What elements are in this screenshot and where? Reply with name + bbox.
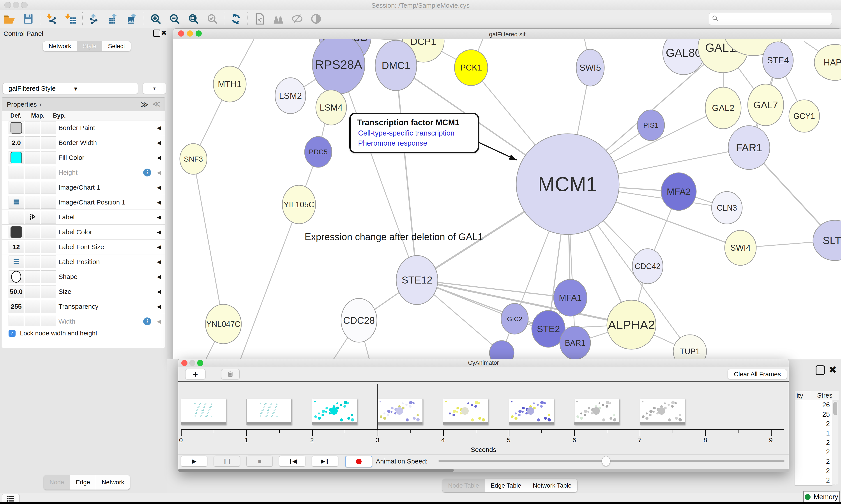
property-def-cell[interactable]: 50.0 xyxy=(8,285,24,298)
frame-thumbnail-0[interactable] xyxy=(181,399,226,425)
style-options-button[interactable]: ▾ xyxy=(143,83,166,94)
property-row-size[interactable]: 50.0Size◀ xyxy=(2,284,165,299)
export-table-icon[interactable] xyxy=(107,13,120,25)
network-node-SLT2[interactable]: SLT2 xyxy=(813,220,841,260)
property-row-shape[interactable]: Shape◀ xyxy=(2,269,165,284)
network-node-SWI5[interactable]: SWI5 xyxy=(576,49,604,86)
annotation-link[interactable]: Pheromone response xyxy=(358,139,471,147)
tab-edge[interactable]: Edge xyxy=(70,475,96,489)
network-node-ALPHA2[interactable]: ALPHA2 xyxy=(607,300,656,349)
property-row-height[interactable]: Heighti◀ xyxy=(2,165,165,180)
expand-row-icon[interactable]: ◀ xyxy=(157,180,161,195)
collapse-all-icon[interactable]: ≫ xyxy=(153,100,161,109)
property-byp-cell[interactable] xyxy=(41,137,56,149)
property-def-cell[interactable] xyxy=(8,151,24,164)
network-node-RPS28A[interactable]: RPS28A xyxy=(312,39,365,94)
expand-row-icon[interactable]: ◀ xyxy=(157,135,161,150)
network-node-SNF3[interactable]: SNF3 xyxy=(180,144,207,174)
expand-row-icon[interactable]: ◀ xyxy=(157,239,161,254)
tab-network[interactable]: Network xyxy=(96,475,130,489)
frame-thumbnail-4[interactable] xyxy=(443,399,488,425)
network-node-LSM2[interactable]: LSM2 xyxy=(275,78,306,114)
network-node-STE4[interactable]: STE4 xyxy=(763,42,793,78)
network-node-MFA2[interactable]: MFA2 xyxy=(661,173,696,211)
network-node-LSM4[interactable]: LSM4 xyxy=(316,90,346,125)
zoom-out-icon[interactable] xyxy=(168,13,181,25)
property-row-label[interactable]: Label◀ xyxy=(2,210,165,224)
property-byp-cell[interactable] xyxy=(41,285,56,298)
network-node-MFA1[interactable]: MFA1 xyxy=(554,280,587,316)
network-node-GAL2[interactable]: GAL2 xyxy=(705,87,741,129)
property-def-cell[interactable]: 255 xyxy=(8,300,24,313)
property-map-cell[interactable] xyxy=(25,166,40,179)
record-button[interactable] xyxy=(345,456,372,467)
expand-row-icon[interactable]: ◀ xyxy=(157,195,161,210)
property-map-cell[interactable] xyxy=(25,181,40,194)
style-selector-dropdown[interactable]: galFiltered Style ▾ xyxy=(3,83,138,94)
expand-all-icon[interactable]: ≫ xyxy=(141,100,148,109)
skip-to-start-button[interactable]: ❙◀ xyxy=(279,456,305,467)
property-map-cell[interactable] xyxy=(25,122,40,134)
property-def-cell[interactable] xyxy=(8,211,24,223)
zoom-selected-icon[interactable] xyxy=(206,13,219,25)
show-details-icon[interactable] xyxy=(310,13,322,25)
export-network-icon[interactable] xyxy=(88,13,101,25)
animation-speed-slider-thumb[interactable] xyxy=(602,456,610,466)
network-node-BAR1[interactable]: BAR1 xyxy=(560,326,590,360)
skip-to-end-button[interactable]: ▶❙ xyxy=(312,456,338,467)
delete-frame-button[interactable] xyxy=(221,369,239,379)
frame-thumbnail-1[interactable] xyxy=(246,399,291,425)
property-def-cell[interactable] xyxy=(8,255,24,268)
expand-row-icon[interactable]: ◀ xyxy=(157,224,161,239)
expand-row-icon[interactable]: ◀ xyxy=(157,121,161,135)
zoom-in-icon[interactable] xyxy=(149,13,162,25)
property-map-cell[interactable] xyxy=(25,151,40,164)
open-folder-icon[interactable] xyxy=(3,13,16,25)
property-map-cell[interactable] xyxy=(25,211,40,223)
network-node-CLN3[interactable]: CLN3 xyxy=(712,192,742,224)
property-byp-cell[interactable] xyxy=(41,181,56,194)
expand-row-icon[interactable]: ◀ xyxy=(157,254,161,269)
property-def-cell[interactable] xyxy=(8,196,24,209)
memory-button[interactable]: Memory xyxy=(803,491,840,503)
network-node-STE12[interactable]: STE12 xyxy=(396,255,438,305)
export-image-icon[interactable] xyxy=(126,13,139,25)
clear-all-frames-button[interactable]: Clear All Frames xyxy=(728,369,787,379)
network-node-MTH1[interactable]: MTH1 xyxy=(213,66,246,102)
property-byp-cell[interactable] xyxy=(41,166,56,179)
property-byp-cell[interactable] xyxy=(41,196,56,209)
network-node-GIC2[interactable]: GIC2 xyxy=(501,303,528,334)
document-network-icon[interactable] xyxy=(253,13,266,25)
tab-style[interactable]: Style xyxy=(77,41,102,51)
property-map-cell[interactable] xyxy=(25,137,40,149)
table-vertical-scrollbar[interactable] xyxy=(833,401,838,485)
property-def-cell[interactable] xyxy=(8,166,24,179)
cyanimator-titlebar[interactable]: CyAnimator xyxy=(178,359,789,367)
property-def-cell[interactable] xyxy=(8,122,24,134)
property-def-cell[interactable] xyxy=(8,226,24,238)
network-node-CDC42[interactable]: CDC42 xyxy=(632,249,663,284)
stop-button[interactable]: ■ xyxy=(246,456,273,467)
network-node-pnode[interactable] xyxy=(489,341,514,360)
play-button[interactable]: ▶ xyxy=(181,456,207,467)
tab-edge-table[interactable]: Edge Table xyxy=(485,479,527,492)
property-map-cell[interactable] xyxy=(25,196,40,209)
add-frame-button[interactable]: + xyxy=(185,369,205,379)
property-row-fill-color[interactable]: Fill Color◀ xyxy=(2,150,165,165)
text-annotation[interactable]: Expression change after deletion of GAL1 xyxy=(305,231,483,242)
frame-thumbnail-7[interactable] xyxy=(640,399,685,425)
frame-thumbnail-3[interactable] xyxy=(378,399,423,425)
property-byp-cell[interactable] xyxy=(41,226,56,238)
info-icon[interactable]: i xyxy=(143,168,151,177)
animation-speed-slider[interactable] xyxy=(439,460,785,462)
frame-thumbnail-2[interactable] xyxy=(312,399,357,425)
network-node-MCM1[interactable]: MCM1 xyxy=(516,134,619,234)
property-byp-cell[interactable] xyxy=(41,151,56,164)
annotation-link[interactable]: Cell-type-specific transcription xyxy=(358,129,471,137)
tab-network[interactable]: Network xyxy=(43,41,77,51)
property-map-cell[interactable] xyxy=(25,270,40,283)
table-column-header[interactable]: Stres xyxy=(811,391,839,400)
hide-details-icon[interactable] xyxy=(291,13,304,25)
network-window-titlebar[interactable]: galFiltered.sif xyxy=(173,29,841,39)
expand-row-icon[interactable]: ◀ xyxy=(157,269,161,284)
